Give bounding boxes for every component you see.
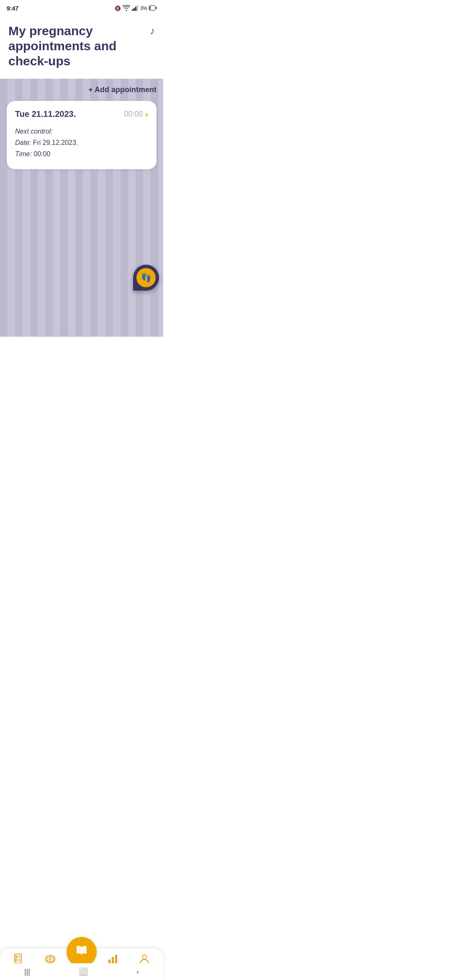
- float-bubble: 👣: [133, 265, 159, 291]
- appointment-card[interactable]: Tue 21.11.2023. 00:00 › Next control: Da…: [7, 101, 157, 169]
- card-time: 00:00: [124, 110, 143, 119]
- signal-icon: [132, 5, 139, 12]
- card-body: Next control: Date: Fri 29.12.2023. Time…: [15, 126, 148, 160]
- page-title: My pregnancy appointments and check-ups: [8, 23, 142, 69]
- svg-rect-3: [137, 5, 138, 11]
- next-control-label: Next control:: [15, 126, 148, 137]
- date-value: Fri 29.12.2023.: [33, 139, 78, 146]
- float-inner: 👣: [136, 268, 156, 287]
- svg-rect-6: [150, 6, 151, 10]
- add-appointment-button[interactable]: + Add appointment: [88, 85, 157, 94]
- status-time: 9:47: [7, 5, 18, 12]
- svg-rect-1: [134, 8, 135, 11]
- time-label: Time:: [15, 150, 32, 157]
- footprint-icon: 👣: [141, 273, 152, 283]
- card-header: Tue 21.11.2023. 00:00 ›: [15, 109, 148, 119]
- app-header: My pregnancy appointments and check-ups …: [0, 15, 163, 79]
- chevron-right-icon[interactable]: ›: [145, 109, 148, 119]
- battery-text: 3%: [140, 5, 147, 11]
- svg-rect-5: [156, 7, 157, 9]
- svg-rect-2: [135, 7, 136, 11]
- card-date: Tue 21.11.2023.: [15, 109, 76, 119]
- float-chat-button[interactable]: 👣: [133, 265, 159, 295]
- card-time-line: Time: 00:00: [15, 148, 148, 160]
- card-date-line: Date: Fri 29.12.2023.: [15, 137, 148, 148]
- battery-icon: [149, 5, 157, 12]
- status-icons: 🔇 3%: [115, 5, 157, 12]
- music-icon[interactable]: ♪: [150, 23, 155, 37]
- wifi-icon: [123, 5, 130, 12]
- next-control-text: Next control:: [15, 128, 53, 135]
- mute-icon: 🔇: [115, 5, 121, 11]
- main-content: + Add appointment Tue 21.11.2023. 00:00 …: [0, 79, 163, 337]
- svg-rect-0: [132, 9, 133, 11]
- add-appointment-row: + Add appointment: [7, 85, 157, 94]
- status-bar: 9:47 🔇 3%: [0, 0, 163, 15]
- date-label: Date:: [15, 139, 31, 146]
- time-value: 00:00: [33, 150, 50, 157]
- card-time-row: 00:00 ›: [124, 109, 148, 119]
